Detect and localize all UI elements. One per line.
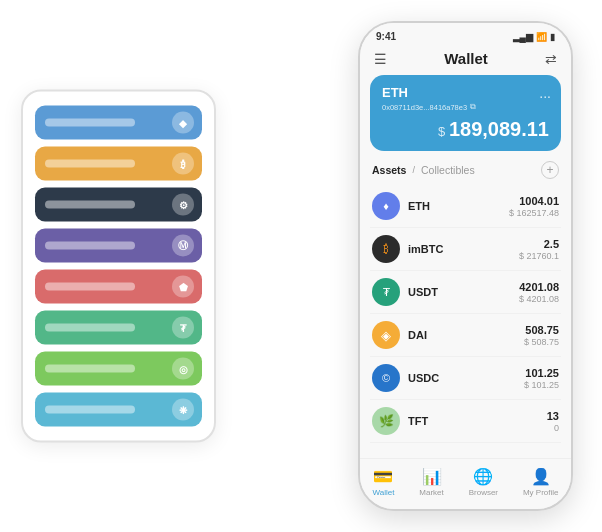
card-icon: ◎	[172, 358, 194, 380]
asset-amounts: 101.25 $ 101.25	[524, 367, 559, 390]
nav-wallet-label: Wallet	[372, 488, 394, 497]
tab-collectibles[interactable]: Collectibles	[421, 164, 475, 176]
table-row[interactable]: 🌿 TFT 13 0	[370, 400, 561, 443]
nav-wallet[interactable]: 💳 Wallet	[372, 467, 394, 497]
card-icon: ❋	[172, 399, 194, 421]
status-icons: ▂▄▆ 📶 ▮	[513, 32, 555, 42]
imbtc-icon: ₿	[372, 235, 400, 263]
card-label	[45, 119, 135, 127]
nav-market[interactable]: 📊 Market	[419, 467, 443, 497]
signal-icon: ▂▄▆	[513, 32, 533, 42]
asset-usd: $ 508.75	[524, 337, 559, 347]
card-label	[45, 365, 135, 373]
table-row[interactable]: ◈ DAI 508.75 $ 508.75	[370, 314, 561, 357]
page-title: Wallet	[444, 50, 488, 67]
asset-amount: 101.25	[524, 367, 559, 379]
asset-symbol: USDC	[408, 372, 524, 384]
scan-icon[interactable]: ⇄	[545, 51, 557, 67]
table-row[interactable]: ₮ USDT 4201.08 $ 4201.08	[370, 271, 561, 314]
list-item[interactable]: ⚙	[35, 188, 202, 222]
nav-market-label: Market	[419, 488, 443, 497]
list-item[interactable]: ◎	[35, 352, 202, 386]
list-item[interactable]: ❋	[35, 393, 202, 427]
card-icon: ₮	[172, 317, 194, 339]
usdt-icon: ₮	[372, 278, 400, 306]
card-icon: ⬟	[172, 276, 194, 298]
asset-amounts: 1004.01 $ 162517.48	[509, 195, 559, 218]
table-row[interactable]: © USDC 101.25 $ 101.25	[370, 357, 561, 400]
table-row[interactable]: ₿ imBTC 2.5 $ 21760.1	[370, 228, 561, 271]
market-nav-icon: 📊	[422, 467, 442, 486]
eth-card-title: ETH	[382, 85, 549, 100]
status-bar: 9:41 ▂▄▆ 📶 ▮	[360, 23, 571, 46]
card-label	[45, 406, 135, 414]
card-label	[45, 160, 135, 168]
phone-header: ☰ Wallet ⇄	[360, 46, 571, 75]
card-icon: ₿	[172, 153, 194, 175]
eth-address: 0x08711d3e...8416a78e3 ⧉	[382, 102, 549, 112]
eth-balance: $ 189,089.11	[382, 118, 549, 141]
asset-list: ♦ ETH 1004.01 $ 162517.48 ₿ imBTC 2.5 $ …	[360, 185, 571, 458]
list-item[interactable]: ⬟	[35, 270, 202, 304]
asset-usd: $ 4201.08	[519, 294, 559, 304]
asset-amount: 13	[547, 410, 559, 422]
tab-assets[interactable]: Assets	[372, 164, 406, 176]
phone-mockup: 9:41 ▂▄▆ 📶 ▮ ☰ Wallet ⇄ ETH 0x08711d3e..…	[358, 21, 573, 511]
usdc-icon: ©	[372, 364, 400, 392]
bottom-nav: 💳 Wallet 📊 Market 🌐 Browser 👤 My Profile	[360, 458, 571, 509]
card-label	[45, 201, 135, 209]
asset-symbol: DAI	[408, 329, 524, 341]
asset-amounts: 2.5 $ 21760.1	[519, 238, 559, 261]
card-icon: ◆	[172, 112, 194, 134]
dai-icon: ◈	[372, 321, 400, 349]
battery-icon: ▮	[550, 32, 555, 42]
tab-separator: /	[412, 165, 415, 175]
card-label	[45, 283, 135, 291]
asset-symbol: TFT	[408, 415, 547, 427]
eth-icon: ♦	[372, 192, 400, 220]
nav-browser[interactable]: 🌐 Browser	[469, 467, 498, 497]
asset-amounts: 508.75 $ 508.75	[524, 324, 559, 347]
nav-profile-label: My Profile	[523, 488, 559, 497]
scene: ◆ ₿ ⚙ Ⓜ ⬟ ₮ ◎ ❋	[11, 11, 591, 521]
copy-icon[interactable]: ⧉	[470, 102, 476, 112]
wifi-icon: 📶	[536, 32, 547, 42]
wallet-nav-icon: 💳	[373, 467, 393, 486]
asset-usd: $ 101.25	[524, 380, 559, 390]
nav-browser-label: Browser	[469, 488, 498, 497]
eth-card[interactable]: ETH 0x08711d3e...8416a78e3 ⧉ $ 189,089.1…	[370, 75, 561, 151]
status-time: 9:41	[376, 31, 396, 42]
list-item[interactable]: ◆	[35, 106, 202, 140]
asset-amount: 508.75	[524, 324, 559, 336]
card-icon: Ⓜ	[172, 235, 194, 257]
asset-usd: $ 162517.48	[509, 208, 559, 218]
add-asset-button[interactable]: +	[541, 161, 559, 179]
browser-nav-icon: 🌐	[473, 467, 493, 486]
list-item[interactable]: ₿	[35, 147, 202, 181]
asset-amount: 4201.08	[519, 281, 559, 293]
assets-header: Assets / Collectibles +	[360, 161, 571, 185]
profile-nav-icon: 👤	[531, 467, 551, 486]
list-item[interactable]: Ⓜ	[35, 229, 202, 263]
assets-tabs: Assets / Collectibles	[372, 164, 475, 176]
asset-symbol: ETH	[408, 200, 509, 212]
asset-amounts: 13 0	[547, 410, 559, 433]
asset-symbol: USDT	[408, 286, 519, 298]
card-icon: ⚙	[172, 194, 194, 216]
asset-amount: 1004.01	[509, 195, 559, 207]
card-label	[45, 324, 135, 332]
asset-symbol: imBTC	[408, 243, 519, 255]
table-row[interactable]: ♦ ETH 1004.01 $ 162517.48	[370, 185, 561, 228]
nav-profile[interactable]: 👤 My Profile	[523, 467, 559, 497]
eth-more-icon[interactable]: ...	[539, 85, 551, 101]
card-label	[45, 242, 135, 250]
card-stack: ◆ ₿ ⚙ Ⓜ ⬟ ₮ ◎ ❋	[21, 90, 216, 443]
asset-usd: 0	[547, 423, 559, 433]
list-item[interactable]: ₮	[35, 311, 202, 345]
asset-amount: 2.5	[519, 238, 559, 250]
tft-icon: 🌿	[372, 407, 400, 435]
asset-amounts: 4201.08 $ 4201.08	[519, 281, 559, 304]
asset-usd: $ 21760.1	[519, 251, 559, 261]
menu-icon[interactable]: ☰	[374, 51, 387, 67]
